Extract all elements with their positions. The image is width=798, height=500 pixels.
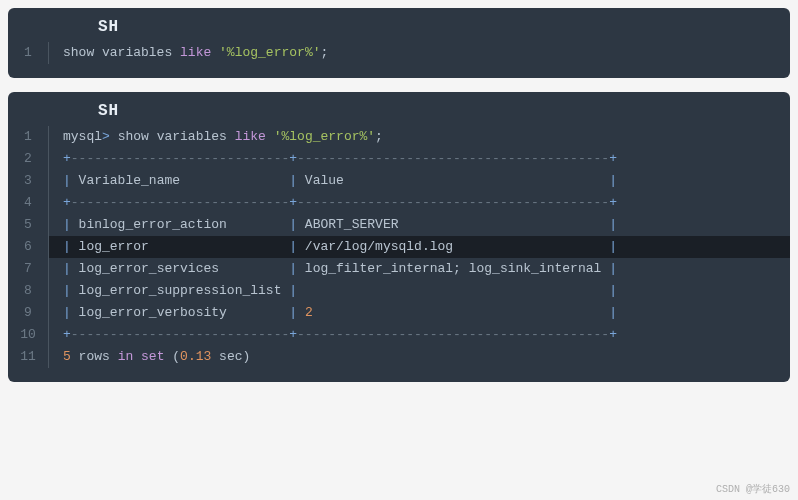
line-number: 3 (8, 170, 48, 192)
code-line: mysql> show variables like '%log_error%'… (63, 126, 790, 148)
code-line: 5 rows in set (0.13 sec) (63, 346, 790, 368)
code-line: | binlog_error_action | ABORT_SERVER | (63, 214, 790, 236)
code-line: | log_error_suppression_list | | (63, 280, 790, 302)
code-header: SH (8, 8, 790, 42)
line-number: 5 (8, 214, 48, 236)
code-area[interactable]: mysql> show variables like '%log_error%'… (48, 126, 790, 368)
code-line: | Variable_name | Value | (63, 170, 790, 192)
line-number: 9 (8, 302, 48, 324)
line-number: 7 (8, 258, 48, 280)
line-number: 10 (8, 324, 48, 346)
line-number: 1 (8, 42, 48, 64)
code-language-label: SH (98, 18, 119, 36)
code-line: +----------------------------+----------… (63, 192, 790, 214)
code-block-1: SH 1 show variables like '%log_error%'; (8, 8, 790, 78)
code-body: 1 show variables like '%log_error%'; (8, 42, 790, 64)
line-number: 11 (8, 346, 48, 368)
code-block-2: SH 1234567891011 mysql> show variables l… (8, 92, 790, 382)
line-number-gutter: 1 (8, 42, 48, 64)
line-number: 1 (8, 126, 48, 148)
code-line: | log_error_verbosity | 2 | (63, 302, 790, 324)
line-number-gutter: 1234567891011 (8, 126, 48, 368)
line-number: 6 (8, 236, 48, 258)
code-header: SH (8, 92, 790, 126)
line-number: 4 (8, 192, 48, 214)
line-number: 8 (8, 280, 48, 302)
line-number: 2 (8, 148, 48, 170)
code-area[interactable]: show variables like '%log_error%'; (48, 42, 790, 64)
code-language-label: SH (98, 102, 119, 120)
code-body: 1234567891011 mysql> show variables like… (8, 126, 790, 368)
code-line: show variables like '%log_error%'; (63, 42, 790, 64)
code-line: +----------------------------+----------… (63, 148, 790, 170)
code-line: +----------------------------+----------… (63, 324, 790, 346)
code-line: | log_error_services | log_filter_intern… (63, 258, 790, 280)
code-line: | log_error | /var/log/mysqld.log | (48, 236, 790, 258)
